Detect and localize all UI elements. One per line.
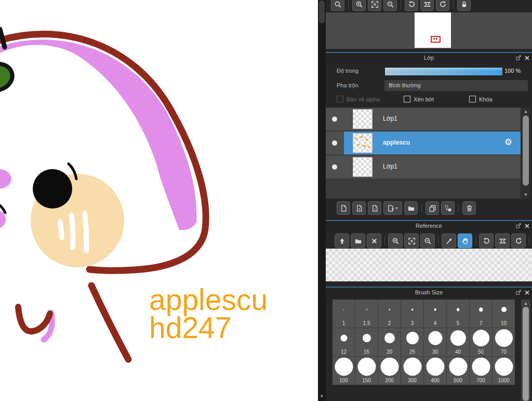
checkbox-icon [469, 96, 476, 102]
brush-size-1[interactable]: 1 [332, 300, 355, 328]
brush-size-label: 30 [424, 349, 446, 355]
scroll-down-arrow-icon[interactable]: ▼ [318, 394, 326, 399]
brush-size-2[interactable]: 2 [378, 300, 401, 328]
brush-size-1000[interactable]: 1000 [493, 357, 515, 385]
zoom-out-button[interactable] [383, 0, 397, 11]
rotate-cw-button[interactable] [511, 234, 526, 248]
zoom-reset-button[interactable] [331, 0, 344, 11]
fit-screen-button[interactable] [368, 0, 381, 11]
layer-visibility-dot[interactable] [332, 164, 337, 170]
close-icon[interactable] [524, 223, 530, 229]
layer-visibility-dot[interactable] [332, 140, 337, 146]
brush-size-1.5[interactable]: 1.5 [355, 300, 378, 328]
layer-row[interactable]: applescu⚙ [326, 132, 521, 154]
brush-size-100[interactable]: 100 [332, 357, 355, 385]
brush-size-15[interactable]: 15 [355, 328, 378, 356]
new-layer-icon [340, 204, 348, 212]
new-1bit-layer-button[interactable]: 1 [368, 201, 381, 215]
layer-thumbnail[interactable] [353, 157, 373, 177]
scroll-up-icon[interactable]: ▲ [521, 109, 530, 114]
chevron-down-icon: ▼ [389, 82, 525, 88]
open-folder-button[interactable] [351, 234, 365, 248]
clear-button[interactable] [367, 234, 381, 248]
duplicate-layer-button[interactable] [425, 201, 439, 215]
delete-layer-button[interactable] [462, 201, 476, 215]
blend-mode-select[interactable]: Bình thường ▼ [384, 80, 528, 91]
canvas-artwork[interactable]: applescu hd247 [0, 0, 318, 401]
scroll-down-icon[interactable]: ▼ [521, 192, 530, 197]
fit-screen-button[interactable] [404, 234, 419, 248]
rotate-reset-button[interactable] [420, 0, 434, 11]
new-layer-button[interactable] [337, 201, 350, 215]
brush-size-7[interactable]: 7 [470, 300, 492, 328]
opacity-slider[interactable] [384, 67, 503, 76]
brush-size-20[interactable]: 20 [378, 328, 401, 356]
checkbox-xén-bớt[interactable]: Xén bớt [404, 96, 434, 102]
brush-size-5[interactable]: 5 [447, 300, 469, 328]
layer-name: Lớp1 [383, 163, 397, 170]
brush-size-label: 150 [355, 378, 378, 383]
reference-preview-area[interactable] [326, 249, 532, 281]
brush-scrollbar[interactable]: ▲ [521, 300, 530, 401]
brush-size-700[interactable]: 700 [470, 357, 492, 385]
layer-thumbnail[interactable] [353, 133, 373, 153]
navigator-preview[interactable] [326, 12, 532, 49]
popout-icon[interactable] [515, 55, 522, 61]
brush-size-70[interactable]: 70 [493, 328, 515, 356]
navigator-view-rect[interactable] [431, 36, 441, 43]
scroll-up-icon[interactable]: ▲ [521, 301, 530, 306]
checkbox-khóa[interactable]: Khóa [469, 96, 493, 102]
brush-size-30[interactable]: 30 [424, 328, 446, 356]
zoom-in-button[interactable] [352, 0, 366, 11]
new-8bit-layer-button[interactable]: 8 [352, 201, 366, 215]
rotate-ccw-button[interactable] [405, 0, 418, 11]
brush-dot [472, 358, 490, 376]
layer-thumbnail[interactable] [353, 109, 373, 129]
hand-button[interactable] [458, 234, 472, 248]
layer-row[interactable]: Lớp1 [326, 108, 521, 131]
brush-scrollbar-thumb[interactable] [523, 307, 529, 401]
rotate-ccw-icon [483, 237, 490, 245]
new-folder-button[interactable] [404, 201, 418, 215]
brush-size-500[interactable]: 500 [447, 357, 469, 385]
popout-icon[interactable] [515, 223, 522, 229]
close-icon[interactable] [524, 290, 530, 295]
popout-icon[interactable] [515, 289, 522, 295]
zoom-in-button[interactable] [388, 234, 403, 248]
import-image-button[interactable] [335, 234, 349, 248]
brush-size-150[interactable]: 150 [355, 357, 378, 385]
brush-size-200[interactable]: 200 [378, 357, 401, 385]
brush-size-12[interactable]: 12 [332, 328, 355, 356]
close-icon[interactable] [524, 55, 530, 61]
brush-size-50[interactable]: 50 [470, 328, 492, 356]
layer-row[interactable]: Lớp1 [326, 156, 521, 178]
layer-scrollbar-thumb[interactable] [523, 115, 529, 186]
new-8bit-layer-icon: 8 [355, 204, 363, 212]
rotate-reset-button[interactable] [495, 234, 510, 248]
checkbox-bảo-vệ-alpha: Bảo vệ alpha [337, 96, 380, 102]
brush-size-25[interactable]: 25 [401, 328, 423, 356]
brush-size-4[interactable]: 4 [424, 300, 446, 328]
layer-visibility-dot[interactable] [332, 117, 337, 122]
zoom-out-icon [424, 237, 432, 245]
main-scrollbar-thumb[interactable] [319, 1, 325, 23]
layer-name: applescu [383, 139, 410, 146]
rotate-cw-button[interactable] [436, 0, 449, 11]
lock-button[interactable] [457, 0, 471, 11]
brush-size-10[interactable]: 10 [493, 300, 515, 328]
merge-layer-button[interactable] [441, 201, 455, 215]
brush-size-3[interactable]: 3 [401, 300, 423, 328]
eyedropper-button[interactable] [442, 234, 456, 248]
rotate-ccw-button[interactable] [479, 234, 494, 248]
gear-icon[interactable]: ⚙ [504, 137, 512, 147]
zoom-out-button[interactable] [420, 234, 435, 248]
brush-size-300[interactable]: 300 [401, 357, 423, 385]
add-layer-menu-button[interactable] [383, 201, 402, 215]
blend-label: Pha trộn [337, 82, 358, 88]
navigator-canvas-thumbnail[interactable] [415, 12, 451, 48]
main-vertical-scrollbar[interactable]: ▼ [318, 0, 326, 401]
brush-dot [380, 358, 398, 376]
brush-size-400[interactable]: 400 [424, 357, 446, 385]
brush-size-40[interactable]: 40 [447, 328, 469, 356]
layer-list-scrollbar[interactable]: ▲ ▼ [521, 108, 530, 199]
